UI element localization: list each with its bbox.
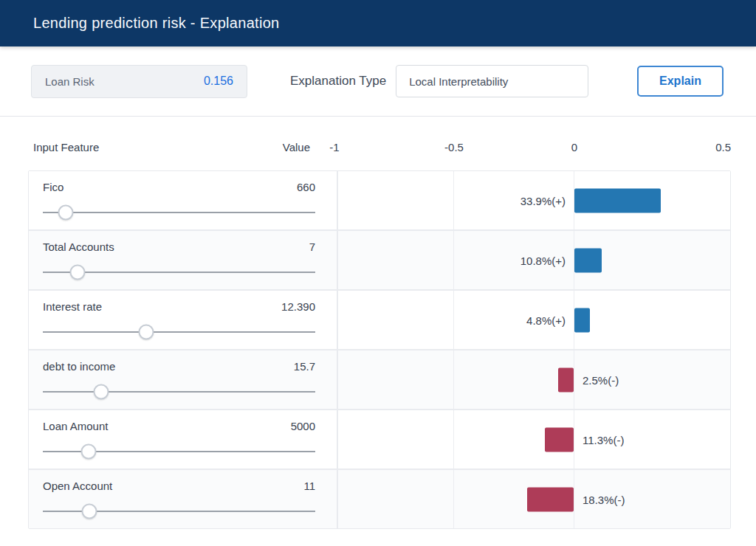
gridline-zero [574,350,574,409]
gridline-minus0-5 [453,291,454,349]
loan-risk-display: Loan Risk 0.156 [31,65,247,98]
contribution-chart-cell: 2.5%(-) [338,350,730,409]
contribution-label: 18.3%(-) [583,493,625,505]
contribution-chart-cell: 18.3%(-) [338,470,730,528]
contribution-chart-cell: 4.8%(+) [338,291,730,349]
contribution-label: 10.8%(+) [520,254,566,266]
explanation-type-label: Explanation Type [290,74,386,89]
gridline-zero [574,470,574,528]
feature-value: 5000 [291,420,315,432]
contribution-chart-cell: 33.9%(+) [338,171,730,229]
contribution-label: 4.8%(+) [526,314,566,326]
feature-slider[interactable] [43,323,315,341]
feature-row: Total Accounts 7 10.8%(+) [29,231,730,291]
slider-thumb[interactable] [80,444,96,460]
slider-thumb[interactable] [58,205,73,221]
input-feature-column-header: Input Feature [33,141,99,153]
page-title: Lending prediction risk - Explanation [33,15,280,32]
feature-value: 660 [297,181,315,193]
table-column-header: Input Feature Value -1 -0.5 0 0.5 [28,141,731,156]
contribution-bar [574,248,602,272]
contribution-bar [558,367,574,392]
explain-button[interactable]: Explain [637,66,724,97]
explanation-type-value: Local Interpretability [409,75,508,88]
slider-thumb[interactable] [69,265,85,280]
feature-name: Fico [43,181,63,193]
loan-risk-value: 0.156 [204,75,233,88]
feature-value: 15.7 [294,360,315,373]
slider-thumb[interactable] [93,384,109,400]
feature-row: Interest rate 12.390 4.8%(+) [29,291,730,350]
gridline-zero [574,410,574,469]
contribution-label: 2.5%(-) [583,373,619,386]
slider-thumb[interactable] [81,504,97,519]
toolbar: Loan Risk 0.156 Explanation Type Local I… [0,46,756,117]
feature-cell: Fico 660 [29,171,338,229]
feature-cell: Loan Amount 5000 [29,410,338,469]
feature-value: 11 [303,480,315,492]
feature-cell: debt to income 15.7 [29,350,338,409]
slider-track[interactable] [43,331,315,333]
axis-tick-0-5: 0.5 [715,141,731,153]
axis-tick-zero: 0 [571,141,577,153]
feature-slider[interactable] [43,204,315,221]
feature-row: Fico 660 33.9%(+) [29,171,730,231]
contribution-label: 11.3%(-) [583,433,624,446]
slider-thumb[interactable] [139,325,154,340]
feature-cell: Total Accounts 7 [29,231,338,289]
contribution-label: 33.9%(+) [520,194,566,207]
feature-slider[interactable] [43,443,315,460]
feature-name: Interest rate [43,300,102,313]
contribution-bar [574,188,661,212]
feature-cell: Open Account 11 [29,470,338,528]
axis-tick-minus1: -1 [329,141,339,153]
feature-name: Open Account [43,480,112,492]
value-column-header: Value [236,141,310,153]
contribution-bar [545,427,574,452]
feature-row: Open Account 11 18.3%(-) [29,470,730,528]
explanation-type-select[interactable]: Local Interpretability [396,65,588,97]
feature-slider[interactable] [43,502,315,520]
feature-name: debt to income [43,360,115,373]
feature-table: Fico 660 33.9%(+) Total Accounts 7 [28,170,731,529]
feature-cell: Interest rate 12.390 [29,291,338,349]
feature-row: debt to income 15.7 2.5%(-) [29,350,730,410]
feature-value: 12.390 [281,300,315,313]
contribution-bar [527,487,574,511]
feature-name: Loan Amount [43,420,108,432]
gridline-minus0-5 [453,410,454,469]
app-bar: Lending prediction risk - Explanation [0,0,756,46]
contribution-bar [574,308,590,332]
feature-slider[interactable] [43,383,315,401]
contribution-chart-cell: 10.8%(+) [338,231,730,289]
slider-track[interactable] [43,391,315,393]
feature-slider[interactable] [43,263,315,281]
feature-row: Loan Amount 5000 11.3%(-) [29,410,730,470]
feature-name: Total Accounts [43,241,114,253]
gridline-minus0-5 [453,470,454,528]
contribution-chart-cell: 11.3%(-) [338,410,730,469]
gridline-minus0-5 [453,171,454,229]
feature-value: 7 [309,241,315,253]
loan-risk-label: Loan Risk [45,75,94,88]
axis-tick-minus0-5: -0.5 [444,141,464,153]
slider-track[interactable] [43,212,315,213]
gridline-minus0-5 [453,350,454,409]
gridline-minus0-5 [453,231,454,289]
